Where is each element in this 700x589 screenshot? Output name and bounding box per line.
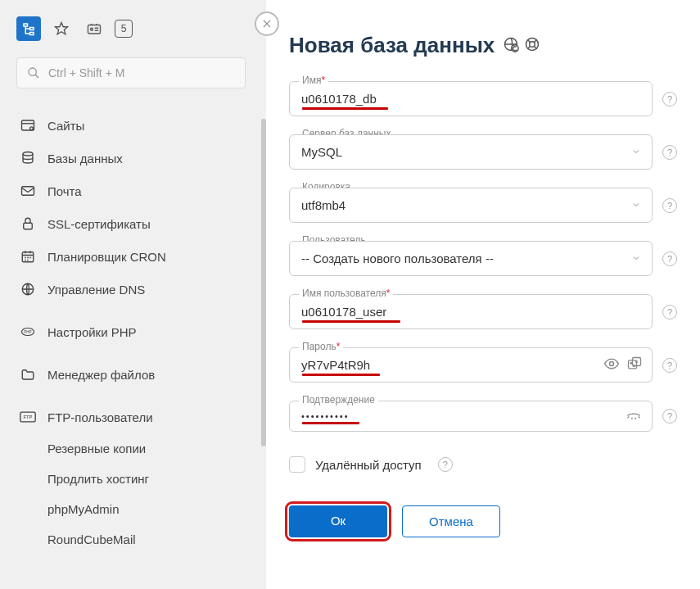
php-icon: PHP — [20, 324, 36, 340]
sidebar-item-filemanager[interactable]: Менеджер файлов — [16, 358, 254, 391]
sidebar-item-sites[interactable]: Сайты — [16, 109, 254, 142]
mail-icon — [20, 183, 36, 199]
help-icon[interactable]: ? — [438, 457, 453, 472]
field-confirm-row: Подтверждение •••••••••• ? — [289, 401, 677, 432]
svg-point-9 — [23, 152, 33, 156]
sidebar-item-label: Планировщик CRON — [47, 250, 166, 264]
search-placeholder: Ctrl + Shift + M — [48, 66, 124, 79]
search-input[interactable]: Ctrl + Shift + M — [16, 57, 246, 88]
nav-tree-icon[interactable] — [16, 16, 41, 41]
lock-icon — [20, 215, 36, 232]
underline — [302, 374, 380, 376]
svg-point-26 — [633, 365, 635, 366]
browser-icon — [20, 117, 36, 134]
svg-text:PHP: PHP — [24, 330, 31, 334]
sidebar-item-label: Почта — [47, 184, 82, 198]
password-input[interactable]: yR7vP4tR9h — [289, 347, 653, 383]
sidebar-item-phpmyadmin[interactable]: phpMyAdmin — [16, 494, 254, 524]
sidebar-item-backups[interactable]: Резервные копии — [16, 433, 254, 464]
name-input[interactable]: u0610178_db — [289, 81, 653, 116]
folder-icon — [20, 366, 36, 383]
help-icon[interactable]: ? — [662, 358, 677, 373]
sidebar-item-ssl[interactable]: SSL-сертификаты — [16, 207, 254, 240]
help-icon[interactable]: ? — [662, 198, 677, 213]
sidebar-item-label: Менеджер файлов — [47, 368, 155, 382]
svg-point-25 — [630, 362, 632, 364]
field-label: Подтверждение — [299, 394, 378, 406]
field-server-row: Сервер баз данных MySQL ? — [289, 134, 677, 170]
sidebar-item-mail[interactable]: Почта — [16, 174, 254, 207]
sidebar-item-label: FTP-пользователи — [47, 410, 153, 424]
help-icon[interactable]: ? — [662, 409, 677, 424]
remote-access-row: Удалённый доступ ? — [289, 456, 677, 473]
sidebar-item-renew[interactable]: Продлить хостинг — [16, 464, 254, 494]
help-icon[interactable]: ? — [662, 145, 677, 160]
svg-point-27 — [636, 360, 638, 362]
field-username-row: Имя пользователя* u0610178_user ? — [289, 294, 677, 329]
ok-button[interactable]: Ок — [289, 505, 387, 537]
svg-rect-4 — [88, 25, 101, 34]
nav-list: Сайты Базы данных Почта SSL-сертификаты … — [16, 109, 254, 555]
field-password-row: Пароль* yR7vP4tR9h ? — [289, 347, 677, 383]
sidebar-item-php[interactable]: PHP Настройки PHP — [16, 315, 254, 348]
svg-rect-10 — [22, 187, 34, 196]
svg-rect-11 — [24, 223, 33, 229]
help-icon[interactable]: ? — [662, 92, 677, 106]
field-label: Имя пользователя* — [299, 288, 393, 299]
sidebar-item-cron[interactable]: Планировщик CRON — [16, 240, 254, 273]
counter-value: 5 — [121, 23, 127, 34]
sidebar-item-label: Управление DNS — [47, 283, 145, 297]
page-title: Новая база данных — [289, 33, 677, 58]
svg-point-8 — [30, 127, 34, 130]
sidebar: 5 Ctrl + Shift + M Сайты Базы данных Поч… — [0, 0, 266, 589]
field-label: Имя* — [299, 75, 328, 86]
sidebar-item-label: Настройки PHP — [47, 325, 137, 339]
svg-rect-7 — [22, 120, 34, 130]
database-icon — [20, 150, 36, 166]
help-icon[interactable]: ? — [662, 251, 677, 266]
field-name-row: Имя* u0610178_db ? — [289, 81, 677, 116]
svg-rect-2 — [30, 33, 34, 35]
sidebar-item-label: Сайты — [47, 119, 84, 133]
user-select[interactable]: -- Создать нового пользователя -- — [289, 241, 653, 276]
close-button[interactable] — [255, 11, 279, 36]
underline — [302, 107, 388, 110]
svg-marker-3 — [56, 23, 68, 34]
server-select[interactable]: MySQL — [289, 134, 653, 170]
sidebar-item-dns[interactable]: Управление DNS — [16, 273, 254, 306]
id-card-icon[interactable] — [82, 16, 106, 41]
dice-icon[interactable] — [626, 356, 643, 375]
underline — [302, 422, 359, 424]
remote-access-checkbox[interactable] — [289, 456, 305, 473]
svg-text:FTP: FTP — [23, 415, 32, 420]
counter-badge[interactable]: 5 — [115, 20, 133, 38]
star-icon[interactable] — [49, 16, 74, 41]
calendar-icon — [20, 248, 36, 265]
globe-refresh-icon[interactable] — [503, 33, 519, 58]
field-encoding-row: Кодировка utf8mb4 ? — [289, 188, 677, 223]
topbar: 5 — [16, 16, 258, 41]
svg-point-5 — [91, 28, 93, 30]
field-user-row: Пользователь -- Создать нового пользоват… — [289, 241, 677, 276]
sidebar-item-databases[interactable]: Базы данных — [16, 142, 254, 174]
sidebar-item-label: Базы данных — [47, 152, 123, 165]
button-row: Ок Отмена — [289, 505, 677, 537]
sidebar-item-label: Продлить хостинг — [47, 472, 149, 486]
eye-icon[interactable] — [603, 356, 620, 375]
svg-point-21 — [530, 42, 535, 48]
field-label: Пароль* — [299, 341, 343, 352]
eye-closed-icon[interactable] — [625, 406, 643, 426]
main-panel: Новая база данных Имя* u0610178_db ? Сер… — [266, 0, 700, 589]
remote-access-label: Удалённый доступ — [315, 458, 422, 472]
sidebar-item-ftp[interactable]: FTP FTP-пользователи — [16, 401, 254, 433]
svg-rect-1 — [30, 28, 34, 30]
help-icon[interactable]: ? — [662, 305, 677, 319]
encoding-select[interactable]: utf8mb4 — [289, 188, 653, 223]
sidebar-item-roundcube[interactable]: RoundCubeMail — [16, 524, 254, 555]
ftp-icon: FTP — [20, 409, 36, 425]
cancel-button[interactable]: Отмена — [402, 505, 500, 537]
svg-rect-0 — [24, 24, 28, 26]
username-input[interactable]: u0610178_user — [289, 294, 653, 329]
sidebar-item-label: RoundCubeMail — [47, 532, 136, 546]
lifebuoy-icon[interactable] — [524, 33, 540, 58]
